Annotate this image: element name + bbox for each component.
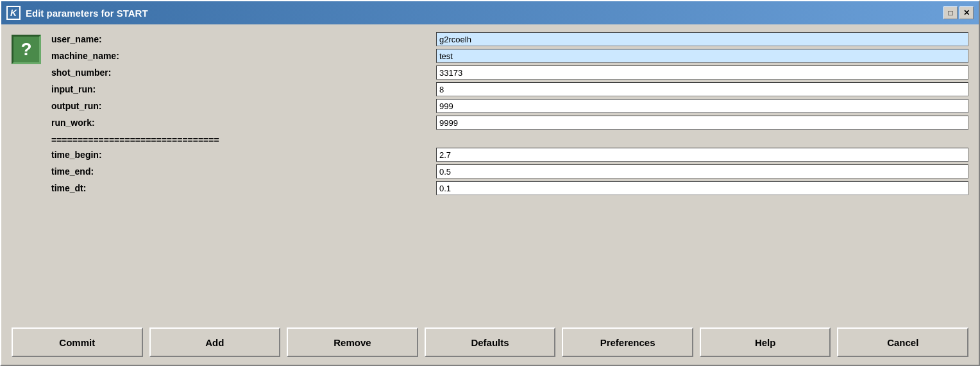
form-row-user-name: user_name: — [51, 32, 968, 46]
app-icon: K — [6, 6, 21, 20]
commit-button[interactable]: Commit — [12, 327, 143, 357]
label-time-dt: time_dt: — [51, 183, 436, 193]
preferences-button[interactable]: Preferences — [562, 327, 693, 357]
defaults-button[interactable]: Defaults — [425, 327, 556, 357]
input-time-begin[interactable] — [436, 148, 968, 162]
form-row-output-run: output_run: — [51, 99, 968, 113]
label-user-name: user_name: — [51, 34, 436, 44]
input-user-name[interactable] — [436, 32, 968, 46]
form-row-time-end: time_end: — [51, 164, 968, 179]
minimize-button[interactable]: □ — [943, 6, 958, 19]
cancel-button[interactable]: Cancel — [837, 327, 968, 357]
label-input-run: input_run: — [51, 84, 436, 94]
title-bar-buttons: □ ✕ — [943, 6, 974, 19]
add-button[interactable]: Add — [149, 327, 281, 357]
input-shot-number[interactable] — [436, 65, 968, 80]
main-window: K Edit parameters for START □ ✕ ? user_n… — [0, 0, 980, 366]
separator: ================================ — [51, 135, 968, 145]
label-machine-name: machine_name: — [51, 51, 436, 61]
window-title: Edit parameters for START — [26, 8, 148, 19]
close-button[interactable]: ✕ — [959, 6, 974, 19]
label-time-end: time_end: — [51, 166, 436, 177]
form-row-machine-name: machine_name: — [51, 49, 968, 63]
title-bar: K Edit parameters for START □ ✕ — [1, 1, 979, 24]
title-bar-left: K Edit parameters for START — [6, 6, 148, 20]
input-input-run[interactable] — [436, 82, 968, 96]
button-bar: Commit Add Remove Defaults Preferences H… — [1, 322, 979, 365]
form-area: user_name: machine_name: shot_number: in… — [51, 32, 968, 317]
label-run-work: run_work: — [51, 118, 436, 128]
form-row-time-dt: time_dt: — [51, 181, 968, 195]
input-output-run[interactable] — [436, 99, 968, 113]
input-machine-name[interactable] — [436, 49, 968, 63]
form-row-time-begin: time_begin: — [51, 148, 968, 162]
content-area: ? user_name: machine_name: shot_number: … — [1, 24, 979, 322]
remove-button[interactable]: Remove — [287, 327, 418, 357]
label-time-begin: time_begin: — [51, 150, 436, 160]
help-icon: ? — [12, 35, 41, 64]
help-button[interactable]: Help — [700, 327, 831, 357]
form-row-input-run: input_run: — [51, 82, 968, 96]
form-row-run-work: run_work: — [51, 116, 968, 130]
input-run-work[interactable] — [436, 116, 968, 130]
form-row-shot-number: shot_number: — [51, 65, 968, 80]
label-output-run: output_run: — [51, 101, 436, 111]
input-time-end[interactable] — [436, 164, 968, 179]
input-time-dt[interactable] — [436, 181, 968, 195]
label-shot-number: shot_number: — [51, 67, 436, 78]
